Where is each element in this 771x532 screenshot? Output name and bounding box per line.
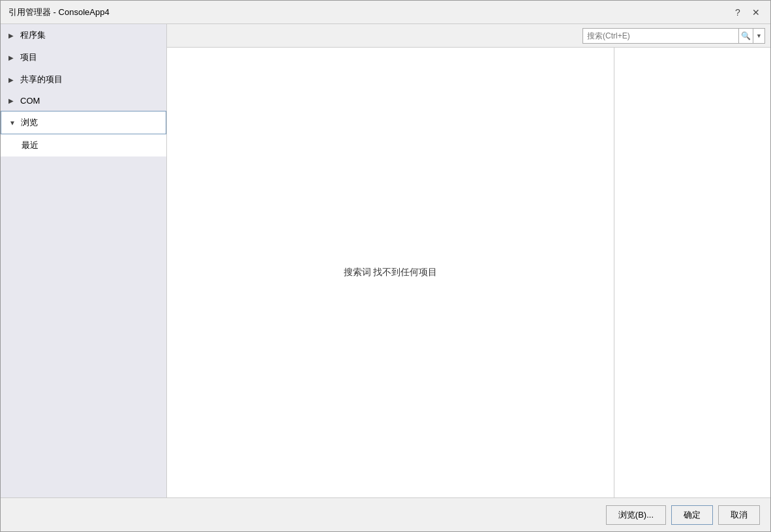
browse-button[interactable]: 浏览(B)... xyxy=(606,505,666,525)
sidebar-item-projects[interactable]: ▶ 项目 xyxy=(1,46,166,68)
search-dropdown-button[interactable]: ▼ xyxy=(753,29,764,43)
dialog-title: 引用管理器 - ConsoleApp4 xyxy=(8,7,110,18)
sidebar-item-com[interactable]: ▶ COM xyxy=(1,91,166,111)
title-bar: 引用管理器 - ConsoleApp4 ? ✕ xyxy=(1,1,770,24)
info-panel xyxy=(614,48,770,497)
sidebar-item-recent[interactable]: 最近 xyxy=(1,134,166,156)
sidebar-item-browse-label: 浏览 xyxy=(21,117,38,128)
search-button[interactable]: 🔍 xyxy=(738,29,753,43)
sidebar-item-shared[interactable]: ▶ 共享的项目 xyxy=(1,68,166,91)
bottom-bar: 浏览(B)... 确定 取消 xyxy=(1,497,770,531)
content-area: ▶ 程序集 ▶ 项目 ▶ 共享的项目 ▶ COM ▼ 浏览 xyxy=(1,24,770,497)
content-row: 搜索词 找不到任何项目 xyxy=(167,48,770,497)
expand-arrow-projects: ▶ xyxy=(8,54,16,61)
expand-arrow-assemblies: ▶ xyxy=(8,32,16,39)
sidebar-item-recent-label: 最近 xyxy=(22,140,38,151)
title-bar-buttons: ? ✕ xyxy=(731,6,763,19)
cancel-button[interactable]: 取消 xyxy=(718,505,760,525)
close-button[interactable]: ✕ xyxy=(749,6,763,19)
expand-arrow-com: ▶ xyxy=(8,97,16,104)
main-content: 搜索词 找不到任何项目 xyxy=(167,48,614,497)
help-button[interactable]: ? xyxy=(731,6,744,19)
dialog-window: 引用管理器 - ConsoleApp4 ? ✕ ▶ 程序集 ▶ 项目 ▶ 共享的… xyxy=(0,0,771,532)
sidebar: ▶ 程序集 ▶ 项目 ▶ 共享的项目 ▶ COM ▼ 浏览 xyxy=(1,24,167,497)
sidebar-item-com-label: COM xyxy=(20,96,40,106)
search-bar: 🔍 ▼ xyxy=(167,24,770,48)
sidebar-item-assemblies-label: 程序集 xyxy=(20,29,46,41)
ok-button[interactable]: 确定 xyxy=(671,505,713,525)
sidebar-item-projects-label: 项目 xyxy=(20,52,37,63)
sidebar-item-browse[interactable]: ▼ 浏览 xyxy=(1,111,166,134)
no-results-text: 搜索词 找不到任何项目 xyxy=(344,267,438,278)
sidebar-item-assemblies[interactable]: ▶ 程序集 xyxy=(1,24,166,46)
search-input-wrapper: 🔍 ▼ xyxy=(582,28,765,44)
sidebar-item-shared-label: 共享的项目 xyxy=(20,74,63,85)
expand-arrow-shared: ▶ xyxy=(8,76,16,83)
search-input[interactable] xyxy=(583,30,738,42)
expand-arrow-browse: ▼ xyxy=(9,119,17,126)
right-panel: 🔍 ▼ 搜索词 找不到任何项目 xyxy=(167,24,770,497)
